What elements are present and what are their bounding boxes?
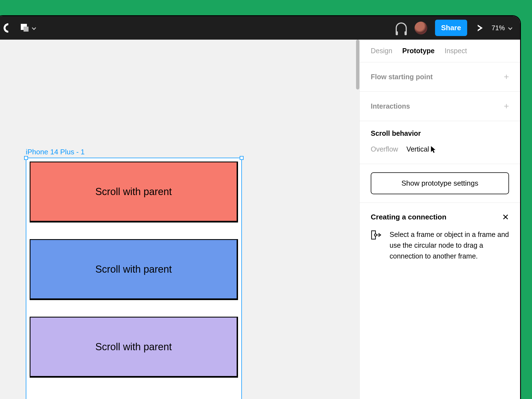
add-flow-button[interactable]: + [504,72,509,82]
card-label: Scroll with parent [95,264,172,275]
audio-icon[interactable] [396,22,407,34]
share-button[interactable]: Share [435,20,467,36]
section-title: Interactions [371,102,410,110]
canvas[interactable]: iPhone 14 Plus - 1 Scroll with parent Sc… [0,40,359,399]
present-icon[interactable] [478,25,483,31]
overflow-value: Vertical [406,145,429,153]
zoom-dropdown[interactable]: 71% [492,24,512,32]
overflow-dropdown[interactable]: Vertical [406,145,436,153]
add-interaction-button[interactable]: + [504,101,509,111]
panel-tabs: Design Prototype Inspect [360,40,520,62]
overflow-label: Overflow [371,145,398,153]
selection-handle[interactable] [240,156,244,160]
interactions-section: Interactions + [360,92,520,121]
canvas-card[interactable]: Scroll with parent [30,317,238,378]
card-label: Scroll with parent [95,341,172,353]
flow-starting-point-section: Flow starting point + [360,62,520,92]
properties-panel: Design Prototype Inspect Flow starting p… [359,40,520,399]
connection-icon [371,229,382,241]
chevron-down-icon [508,26,513,30]
app-window: Share 71% iPhone 14 Plus - 1 Scroll with… [0,15,521,399]
svg-point-1 [374,234,377,236]
canvas-card[interactable]: Scroll with parent [30,162,238,222]
toolbar: Share 71% [0,16,520,40]
close-icon[interactable]: ✕ [502,212,509,222]
tab-prototype[interactable]: Prototype [402,47,435,55]
cursor-icon [430,145,436,153]
main-menu-button[interactable] [21,24,35,32]
figma-logo-icon[interactable] [4,23,13,33]
show-prototype-settings-button[interactable]: Show prototype settings [371,172,509,194]
frame-label[interactable]: iPhone 14 Plus - 1 [26,148,85,156]
move-tool-icon [21,24,29,32]
frame-iphone-14-plus-1[interactable]: Scroll with parent Scroll with parent Sc… [26,158,242,399]
tab-inspect[interactable]: Inspect [445,47,467,55]
card-label: Scroll with parent [95,186,172,198]
section-title: Scroll behavior [371,129,509,137]
tab-design[interactable]: Design [371,47,392,55]
connection-title: Creating a connection [371,213,446,221]
canvas-card[interactable]: Scroll with parent [30,239,238,300]
section-title: Flow starting point [371,73,433,81]
chevron-down-icon [32,26,36,30]
creating-connection-panel: Creating a connection ✕ Select a frame o… [360,203,520,271]
scroll-behavior-section: Scroll behavior Overflow Vertical [360,121,520,164]
avatar[interactable] [415,22,427,34]
zoom-value: 71% [492,24,505,32]
scrollbar[interactable] [356,40,359,89]
connection-help-text: Select a frame or object in a frame and … [390,229,509,261]
overflow-row: Overflow Vertical [371,145,509,153]
selection-handle[interactable] [24,156,28,160]
